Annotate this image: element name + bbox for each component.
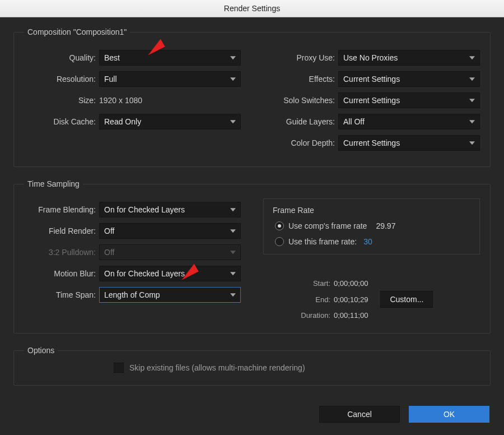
- use-this-rate-label: Use this frame rate:: [288, 237, 357, 246]
- motion-blur-value: On for Checked Layers: [104, 269, 185, 278]
- frame-blending-dropdown[interactable]: On for Checked Layers: [99, 202, 241, 218]
- guide-layers-label: Guide Layers:: [263, 117, 338, 126]
- effects-label: Effects:: [263, 75, 338, 84]
- resolution-dropdown[interactable]: Full: [99, 71, 241, 87]
- quality-row: Quality: Best: [24, 50, 241, 66]
- disk-cache-label: Disk Cache:: [24, 117, 99, 126]
- disk-cache-dropdown[interactable]: Read Only: [99, 114, 241, 129]
- frame-rate-panel: Frame Rate Use comp's frame rate 29.97 U…: [263, 198, 480, 254]
- chevron-down-icon: [469, 56, 475, 59]
- use-comp-rate-value: 29.97: [371, 221, 395, 230]
- use-this-rate-radio[interactable]: [275, 237, 284, 246]
- time-sampling-group: Time Sampling Frame Blending: On for Che…: [13, 179, 491, 334]
- start-value: 0;00;00;00: [334, 279, 368, 288]
- start-label: Start:: [263, 279, 334, 288]
- pulldown-dropdown: Off: [99, 244, 241, 260]
- time-span-dropdown[interactable]: Length of Comp: [99, 287, 241, 303]
- time-span-label: Time Span:: [24, 290, 99, 299]
- chevron-down-icon: [469, 99, 475, 102]
- size-value: 1920 x 1080: [99, 94, 142, 107]
- use-comp-rate-radio[interactable]: [275, 221, 284, 230]
- effects-dropdown[interactable]: Current Settings: [338, 71, 480, 87]
- solo-switches-label: Solo Switches:: [263, 96, 338, 105]
- effects-value: Current Settings: [343, 75, 400, 84]
- custom-button[interactable]: Custom...: [380, 291, 433, 308]
- proxy-use-label: Proxy Use:: [263, 53, 338, 62]
- window-title: Render Settings: [224, 4, 280, 13]
- guide-layers-dropdown[interactable]: All Off: [338, 114, 480, 129]
- skip-existing-label: Skip existing files (allows multi-machin…: [129, 363, 305, 372]
- chevron-down-icon: [230, 272, 236, 275]
- options-group: Options Skip existing files (allows mult…: [13, 346, 491, 386]
- frame-rate-title: Frame Rate: [273, 206, 470, 215]
- field-render-dropdown[interactable]: Off: [99, 223, 241, 239]
- size-label: Size:: [24, 96, 99, 105]
- proxy-use-dropdown[interactable]: Use No Proxies: [338, 50, 480, 66]
- time-span-value: Length of Comp: [104, 290, 160, 299]
- composition-legend: Composition "Composition1": [24, 27, 130, 36]
- use-this-rate-value[interactable]: 30: [361, 237, 372, 246]
- ok-button[interactable]: OK: [409, 406, 489, 423]
- resolution-label: Resolution:: [24, 75, 99, 84]
- proxy-use-value: Use No Proxies: [343, 53, 398, 62]
- chevron-down-icon: [230, 293, 236, 297]
- time-info: Start: 0;00;00;00 End: 0;00;10;29 Custom…: [263, 279, 480, 320]
- window-titlebar: Render Settings: [0, 0, 504, 17]
- frame-blending-label: Frame Blending:: [24, 205, 99, 214]
- field-render-label: Field Render:: [24, 226, 99, 235]
- disk-cache-value: Read Only: [104, 117, 141, 126]
- skip-existing-checkbox[interactable]: [114, 363, 124, 373]
- options-legend: Options: [24, 346, 58, 355]
- time-sampling-legend: Time Sampling: [24, 179, 83, 188]
- end-label: End:: [263, 295, 334, 304]
- duration-label: Duration:: [263, 311, 334, 320]
- solo-switches-dropdown[interactable]: Current Settings: [338, 92, 480, 108]
- solo-switches-value: Current Settings: [343, 96, 400, 105]
- chevron-down-icon: [230, 251, 236, 254]
- duration-value: 0;00;11;00: [334, 311, 368, 320]
- chevron-down-icon: [230, 208, 236, 211]
- color-depth-dropdown[interactable]: Current Settings: [338, 135, 480, 151]
- chevron-down-icon: [230, 77, 236, 81]
- quality-value: Best: [104, 53, 120, 62]
- resolution-value: Full: [104, 75, 117, 84]
- quality-label: Quality:: [24, 53, 99, 62]
- motion-blur-dropdown[interactable]: On for Checked Layers: [99, 266, 241, 281]
- chevron-down-icon: [469, 120, 475, 123]
- composition-group: Composition "Composition1" Quality: Best…: [13, 27, 491, 167]
- chevron-down-icon: [230, 56, 236, 59]
- chevron-down-icon: [469, 141, 475, 145]
- color-depth-label: Color Depth:: [263, 138, 338, 147]
- field-render-value: Off: [104, 226, 114, 235]
- use-comp-rate-label: Use comp's frame rate: [288, 221, 367, 230]
- frame-blending-value: On for Checked Layers: [104, 205, 185, 214]
- pulldown-label: 3:2 Pulldown:: [24, 248, 99, 257]
- color-depth-value: Current Settings: [343, 138, 400, 147]
- motion-blur-label: Motion Blur:: [24, 269, 99, 278]
- pulldown-value: Off: [104, 248, 114, 257]
- chevron-down-icon: [230, 120, 236, 123]
- end-value: 0;00;10;29: [334, 295, 368, 304]
- chevron-down-icon: [230, 229, 236, 233]
- quality-dropdown[interactable]: Best: [99, 50, 241, 66]
- cancel-button[interactable]: Cancel: [319, 406, 400, 423]
- guide-layers-value: All Off: [343, 117, 365, 126]
- chevron-down-icon: [469, 77, 475, 81]
